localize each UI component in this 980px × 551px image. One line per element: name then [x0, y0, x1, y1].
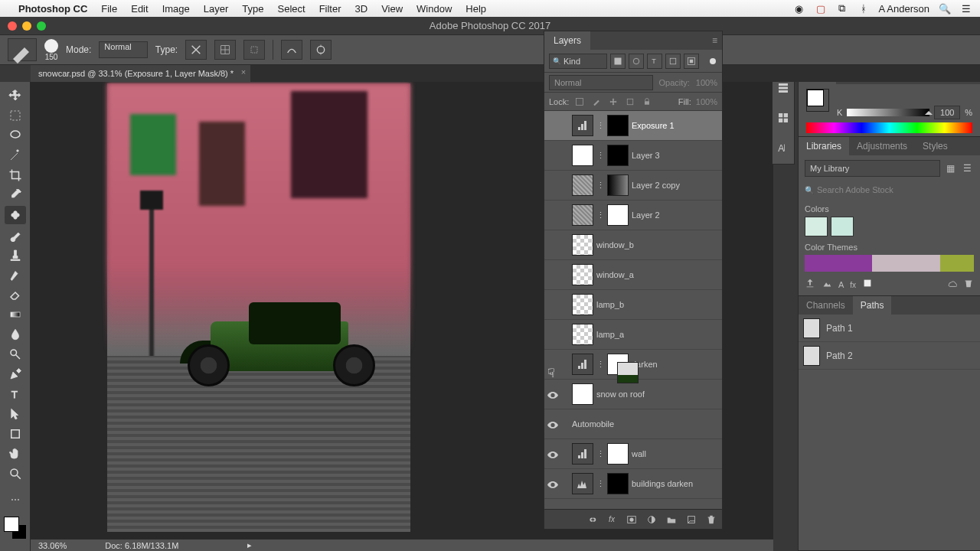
path-row[interactable]: Path 1 [799, 315, 980, 342]
menu-filter[interactable]: Filter [319, 3, 341, 15]
doc-size[interactable]: Doc: 6.18M/133.1M [105, 541, 178, 550]
filter-smart-icon[interactable] [684, 54, 699, 69]
target-icon[interactable] [310, 40, 332, 60]
properties-panel-icon[interactable] [776, 111, 790, 127]
type-option-2[interactable] [214, 40, 236, 60]
gradient-tool[interactable] [5, 305, 26, 324]
zoom-window-button[interactable] [37, 21, 46, 31]
tab-styles[interactable]: Styles [915, 137, 956, 155]
k-slider[interactable] [847, 109, 929, 116]
layer-mask-thumb[interactable] [607, 145, 629, 166]
link-icon[interactable]: ⋮ [596, 360, 604, 370]
menu-type[interactable]: Type [242, 3, 263, 15]
lock-transparent-icon[interactable] [573, 96, 586, 108]
link-icon[interactable]: ⋮ [596, 210, 604, 220]
fill-value[interactable]: 100% [696, 97, 717, 106]
layer-row[interactable]: window_b [544, 230, 722, 260]
crop-tool[interactable] [5, 166, 26, 184]
type-tool[interactable]: T [5, 385, 26, 403]
user-name[interactable]: A Anderson [879, 3, 930, 15]
link-icon[interactable]: ⋮ [596, 449, 604, 459]
add-char-icon[interactable]: A [838, 279, 844, 290]
type-option-3[interactable] [243, 40, 265, 60]
layer-thumb[interactable] [572, 145, 593, 166]
color-fg-bg[interactable] [806, 89, 829, 112]
layer-thumb[interactable] [572, 383, 593, 405]
layer-thumb[interactable] [617, 362, 639, 383]
minimize-window-button[interactable] [22, 21, 31, 31]
upload-icon[interactable] [805, 278, 815, 291]
tab-channels[interactable]: Channels [799, 296, 853, 315]
filter-adjust-icon[interactable] [629, 54, 644, 69]
layer-row[interactable]: lamp_a [544, 320, 722, 350]
layer-name[interactable]: window_b [596, 240, 634, 249]
edit-toolbar[interactable]: ⋯ [5, 491, 26, 509]
visibility-toggle[interactable] [546, 420, 560, 428]
layer-thumb[interactable] [572, 234, 593, 256]
layer-mask-thumb[interactable] [607, 443, 629, 465]
menu-file[interactable]: File [101, 3, 117, 15]
history-panel-icon[interactable] [776, 81, 790, 97]
library-select[interactable]: My Library [805, 160, 940, 177]
layer-name[interactable]: lamp_b [596, 300, 624, 309]
path-row[interactable]: Path 2 [799, 342, 980, 370]
zoom-level[interactable]: 33.06% [38, 541, 67, 550]
list-icon[interactable]: ☰ [960, 3, 972, 15]
layers-list[interactable]: ⋮Exposure 1⋮Layer 3⋮Layer 2 copy⋮Layer 2… [544, 111, 722, 509]
layer-row[interactable]: Automobile [544, 409, 722, 439]
panel-menu-icon[interactable]: ≡ [707, 35, 722, 46]
eraser-tool[interactable] [5, 285, 26, 304]
filter-type-icon[interactable]: T [647, 54, 662, 69]
trash-icon[interactable] [705, 514, 717, 526]
brush-tool[interactable] [5, 226, 26, 244]
menu-3d[interactable]: 3D [355, 3, 368, 15]
current-tool-icon[interactable] [8, 38, 37, 61]
layer-thumb[interactable] [572, 174, 593, 196]
hand-tool[interactable] [5, 445, 26, 463]
menu-view[interactable]: View [381, 3, 403, 15]
layer-thumb[interactable] [572, 473, 593, 494]
menu-image[interactable]: Image [162, 3, 190, 15]
fg-bg-colors[interactable] [4, 517, 27, 540]
visibility-toggle[interactable] [546, 390, 560, 398]
filter-toggle[interactable] [710, 58, 717, 64]
path-name[interactable]: Path 2 [826, 350, 853, 361]
bluetooth-icon[interactable]: ᚼ [858, 3, 870, 15]
blend-mode-select[interactable]: Normal [99, 41, 147, 58]
close-tab-icon[interactable]: × [241, 67, 246, 77]
eyedropper-tool[interactable] [5, 186, 26, 204]
lock-all-icon[interactable] [641, 96, 653, 108]
layer-row[interactable]: ⋮buildings darken [544, 469, 722, 499]
link-icon[interactable]: ⋮ [596, 181, 604, 191]
layer-thumb[interactable] [572, 443, 593, 465]
wand-tool[interactable] [5, 146, 26, 165]
box-icon[interactable]: ▢ [815, 3, 827, 15]
status-arrow-icon[interactable]: ▸ [247, 540, 252, 550]
layer-name[interactable]: Automobile [572, 419, 614, 429]
stamp-tool[interactable] [5, 246, 26, 264]
link-icon[interactable]: ⋮ [596, 479, 604, 489]
spectrum-ramp[interactable] [806, 122, 972, 133]
layer-name[interactable]: Layer 2 copy [632, 181, 680, 190]
layer-name[interactable]: buildings darken [632, 479, 693, 488]
healing-tool[interactable] [5, 206, 26, 224]
tab-libraries[interactable]: Libraries [799, 137, 849, 155]
path-name[interactable]: Path 1 [826, 323, 853, 334]
opacity-value[interactable]: 100% [696, 78, 717, 87]
move-tool[interactable] [5, 86, 26, 105]
layer-row[interactable]: ⋮Layer 2 copy [544, 171, 722, 201]
menu-layer[interactable]: Layer [204, 3, 229, 15]
lock-artboard-icon[interactable] [624, 96, 636, 108]
layer-row[interactable]: ⋮wall [544, 439, 722, 469]
layer-row[interactable]: ⋮Exposure 1 [544, 111, 722, 141]
layer-row[interactable]: ⋮Layer 3 [544, 141, 722, 171]
layer-thumb[interactable] [572, 324, 593, 345]
path-select-tool[interactable] [5, 405, 26, 423]
layer-mask-thumb[interactable] [607, 174, 629, 196]
library-search[interactable]: Search Adobe Stock [805, 181, 974, 198]
shape-tool[interactable] [5, 425, 26, 443]
spotlight-icon[interactable]: 🔍 [939, 3, 951, 15]
layer-mask-thumb[interactable] [607, 115, 629, 136]
add-fill-icon[interactable] [862, 278, 873, 291]
layer-name[interactable]: Layer 2 [632, 210, 660, 220]
